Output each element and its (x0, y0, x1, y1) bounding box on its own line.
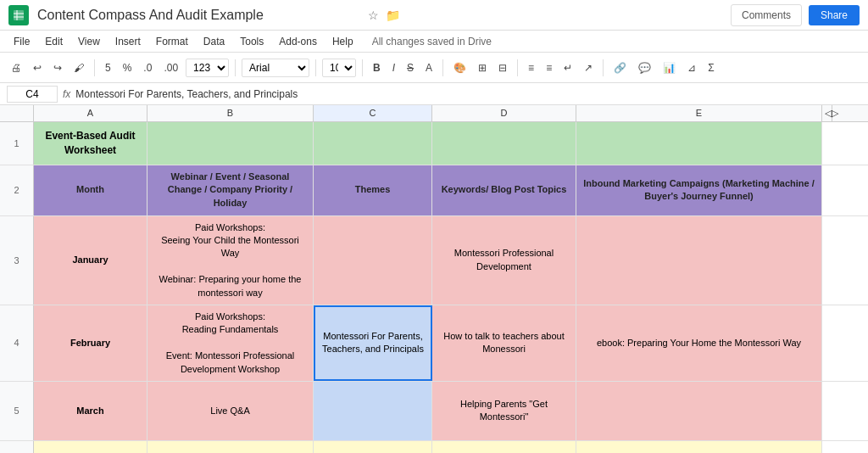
zoom-btn[interactable]: 5 (101, 59, 115, 76)
share-button[interactable]: Share (809, 5, 860, 25)
fill-color-btn[interactable]: 🎨 (449, 59, 470, 76)
row-num-1: 1 (0, 122, 34, 165)
row-num-3: 3 (0, 216, 34, 305)
table-row: 2 Month Webinar / Event / Seasonal Chang… (0, 165, 868, 216)
redo-btn[interactable]: ↪ (49, 59, 66, 76)
cell-b6[interactable] (147, 441, 314, 453)
cell-b3[interactable]: Paid Workshops:Seeing Your Child the Mon… (147, 216, 314, 305)
zoom-select[interactable]: 123 (186, 59, 229, 77)
sep1 (94, 59, 95, 76)
cell-b4[interactable]: Paid Workshops:Reading FundamentalsEvent… (147, 305, 314, 381)
cell-d3[interactable]: Montessori Professional Development (432, 216, 576, 305)
menu-insert[interactable]: Insert (108, 34, 147, 49)
svg-rect-0 (14, 10, 24, 20)
size-select[interactable]: 10 (322, 59, 356, 77)
print-btn[interactable]: 🖨 (7, 59, 25, 76)
decimal2-btn[interactable]: .00 (159, 59, 182, 76)
cell-b1[interactable] (147, 122, 314, 165)
menu-format[interactable]: Format (149, 34, 195, 49)
folder-icon[interactable]: 📁 (382, 7, 403, 24)
menu-edit[interactable]: Edit (38, 34, 70, 49)
percent-btn[interactable]: % (119, 59, 136, 76)
cell-reference[interactable] (7, 86, 58, 103)
cell-a2[interactable]: Month (34, 165, 147, 215)
merge-btn[interactable]: ⊟ (494, 59, 511, 76)
bold-btn[interactable]: B (369, 59, 385, 76)
comments-button[interactable]: Comments (731, 4, 802, 26)
rotate-btn[interactable]: ↗ (580, 59, 597, 76)
menu-file[interactable]: File (7, 34, 36, 49)
toolbar: 🖨 ↩ ↪ 🖌 5 % .0 .00 123 Arial 10 B I S A … (0, 53, 868, 83)
menu-tools[interactable]: Tools (233, 34, 270, 49)
col-header-b[interactable]: B (147, 105, 314, 121)
formula-bar: fx Montessori For Parents, Teachers, and… (0, 83, 868, 105)
cell-c2[interactable]: Themes (314, 165, 432, 215)
strikethrough-btn[interactable]: S (403, 59, 418, 76)
col-header-c[interactable]: C (314, 105, 432, 121)
font-select[interactable]: Arial (242, 59, 309, 77)
cell-e5[interactable] (576, 382, 822, 440)
spreadsheet: A B C D E ◁▷ 1 Event-Based Audit Workshe… (0, 105, 868, 453)
row-num-4: 4 (0, 305, 34, 381)
cell-e4[interactable]: ebook: Preparing Your Home the Montessor… (576, 305, 822, 381)
sep2 (235, 59, 236, 76)
cell-a6[interactable]: April (34, 441, 147, 453)
align-center-btn[interactable]: ≡ (542, 59, 556, 76)
paint-format-btn[interactable]: 🖌 (70, 59, 88, 76)
sep4 (362, 59, 363, 76)
cell-a1[interactable]: Event-Based Audit Worksheet (34, 122, 147, 165)
star-icon[interactable]: ☆ (364, 7, 382, 24)
row-num-5: 5 (0, 382, 34, 440)
cell-a5[interactable]: March (34, 382, 147, 440)
sheets-logo-icon (8, 5, 29, 25)
col-header-d[interactable]: D (432, 105, 576, 121)
chart-btn[interactable]: 📊 (659, 59, 680, 76)
italic-btn[interactable]: I (388, 59, 399, 76)
table-row: 4 February Paid Workshops:Reading Fundam… (0, 305, 868, 382)
cell-e2[interactable]: Inbound Marketing Campaigns (Marketing M… (576, 165, 822, 215)
col-header-e[interactable]: E (576, 105, 822, 121)
cell-b2[interactable]: Webinar / Event / Seasonal Change / Comp… (147, 165, 314, 215)
fx-label: fx (63, 88, 70, 100)
cell-c3[interactable] (314, 216, 432, 305)
link-btn[interactable]: 🔗 (609, 59, 631, 76)
comment-btn[interactable]: 💬 (634, 59, 655, 76)
cell-e6[interactable] (576, 441, 822, 453)
borders-btn[interactable]: ⊞ (474, 59, 491, 76)
cell-c1[interactable] (314, 122, 432, 165)
table-row: 5 March Live Q&A Helping Parents "Get Mo… (0, 382, 868, 441)
undo-btn[interactable]: ↩ (29, 59, 46, 76)
cell-d1[interactable] (432, 122, 576, 165)
menu-addons[interactable]: Add-ons (272, 34, 324, 49)
cell-e1[interactable] (576, 122, 822, 165)
sep3 (315, 59, 316, 76)
cell-d2[interactable]: Keywords/ Blog Post Topics (432, 165, 576, 215)
font-color-btn[interactable]: A (421, 59, 437, 76)
cell-e3[interactable] (576, 216, 822, 305)
align-left-btn[interactable]: ≡ (524, 59, 538, 76)
cell-c4[interactable]: Montessori For Parents, Teachers, and Pr… (314, 305, 432, 381)
menu-data[interactable]: Data (197, 34, 231, 49)
decimal-btn[interactable]: .0 (139, 59, 156, 76)
wrap-btn[interactable]: ↵ (559, 59, 576, 76)
cell-c6[interactable] (314, 441, 432, 453)
cell-b5[interactable]: Live Q&A (147, 382, 314, 440)
cell-a3[interactable]: January (34, 216, 147, 305)
menu-bar: File Edit View Insert Format Data Tools … (0, 31, 868, 53)
table-row: 6 April (0, 441, 868, 453)
cell-c5[interactable] (314, 382, 432, 440)
filter-btn[interactable]: ⊿ (683, 59, 700, 76)
header-buttons: Comments Share (731, 4, 860, 26)
menu-help[interactable]: Help (326, 34, 360, 49)
sep7 (603, 59, 604, 76)
cell-d6[interactable] (432, 441, 576, 453)
col-header-a[interactable]: A (34, 105, 147, 121)
formula-content: Montessori For Parents, Teachers, and Pr… (75, 88, 861, 100)
cell-a4[interactable]: February (34, 305, 147, 381)
cell-d5[interactable]: Helping Parents "Get Montessori" (432, 382, 576, 440)
sep6 (517, 59, 518, 76)
menu-view[interactable]: View (71, 34, 107, 49)
function-btn[interactable]: Σ (704, 59, 718, 76)
sep5 (442, 59, 443, 76)
cell-d4[interactable]: How to talk to teachers about Monessori (432, 305, 576, 381)
